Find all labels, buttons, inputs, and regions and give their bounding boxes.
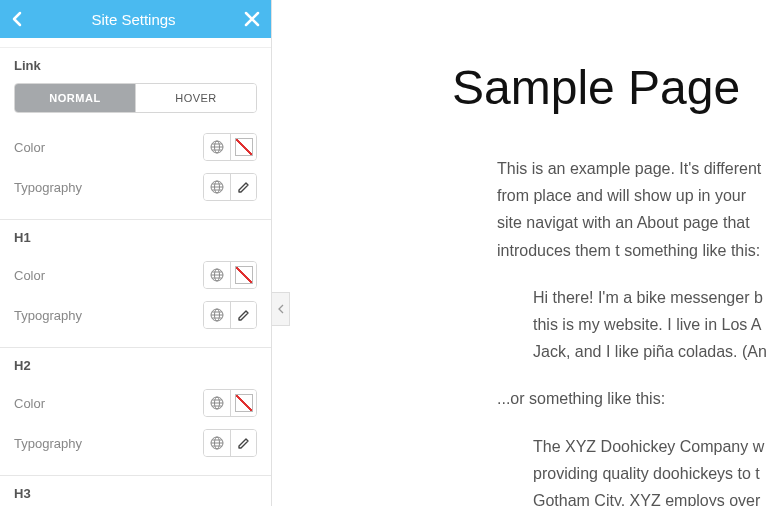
link-color-label: Color bbox=[14, 140, 45, 155]
panel-body: Link NORMAL HOVER Color Typography bbox=[0, 38, 271, 506]
section-h3: H3 bbox=[0, 476, 271, 506]
link-typo-row: Typography bbox=[14, 167, 257, 207]
pencil-icon bbox=[237, 308, 251, 322]
h1-typo-edit-button[interactable] bbox=[230, 302, 256, 328]
h2-color-row: Color bbox=[14, 383, 257, 423]
color-none-swatch bbox=[235, 266, 253, 284]
tab-normal[interactable]: NORMAL bbox=[15, 84, 135, 112]
chevron-left-icon bbox=[12, 11, 22, 27]
h2-color-swatch-button[interactable] bbox=[230, 390, 256, 416]
paragraph: ...or something like this: bbox=[497, 385, 770, 412]
h1-typo-label: Typography bbox=[14, 308, 82, 323]
h1-color-row: Color bbox=[14, 255, 257, 295]
globe-icon bbox=[210, 308, 224, 322]
h1-color-swatch-button[interactable] bbox=[230, 262, 256, 288]
link-typo-edit-button[interactable] bbox=[230, 174, 256, 200]
panel-collapse-handle[interactable] bbox=[272, 292, 290, 326]
h1-color-label: Color bbox=[14, 268, 45, 283]
section-link: Link NORMAL HOVER Color Typography bbox=[0, 48, 271, 220]
tab-hover[interactable]: HOVER bbox=[135, 84, 256, 112]
panel-header: Site Settings bbox=[0, 0, 271, 38]
color-none-swatch bbox=[235, 394, 253, 412]
back-button[interactable] bbox=[0, 0, 34, 38]
blockquote: Hi there! I'm a bike messenger b this is… bbox=[533, 284, 770, 366]
section-h1: H1 Color Typography bbox=[0, 220, 271, 348]
h2-typo-row: Typography bbox=[14, 423, 257, 463]
page-title: Sample Page bbox=[452, 60, 770, 115]
paragraph: This is an example page. It's different … bbox=[497, 155, 770, 264]
close-icon bbox=[244, 11, 260, 27]
section-head-h3: H3 bbox=[14, 486, 257, 501]
panel-title: Site Settings bbox=[34, 11, 233, 28]
globe-icon bbox=[210, 140, 224, 154]
page-preview: Sample Page This is an example page. It'… bbox=[272, 0, 770, 506]
pencil-icon bbox=[237, 180, 251, 194]
globe-icon bbox=[210, 396, 224, 410]
link-color-swatch-button[interactable] bbox=[230, 134, 256, 160]
h2-typo-edit-button[interactable] bbox=[230, 430, 256, 456]
h2-typo-label: Typography bbox=[14, 436, 82, 451]
h1-color-global-button[interactable] bbox=[204, 262, 230, 288]
pencil-icon bbox=[237, 436, 251, 450]
page-body: This is an example page. It's different … bbox=[497, 155, 770, 506]
section-head-h2: H2 bbox=[14, 358, 257, 373]
globe-icon bbox=[210, 436, 224, 450]
link-typo-global-button[interactable] bbox=[204, 174, 230, 200]
close-button[interactable] bbox=[233, 0, 271, 38]
color-none-swatch bbox=[235, 138, 253, 156]
section-head-link: Link bbox=[14, 58, 257, 73]
section-h2: H2 Color Typography bbox=[0, 348, 271, 476]
link-color-global-button[interactable] bbox=[204, 134, 230, 160]
globe-icon bbox=[210, 180, 224, 194]
link-state-tabs: NORMAL HOVER bbox=[14, 83, 257, 113]
h1-typo-row: Typography bbox=[14, 295, 257, 335]
link-typo-label: Typography bbox=[14, 180, 82, 195]
globe-icon bbox=[210, 268, 224, 282]
h1-typo-global-button[interactable] bbox=[204, 302, 230, 328]
blockquote: The XYZ Doohickey Company w providing qu… bbox=[533, 433, 770, 507]
link-color-row: Color bbox=[14, 127, 257, 167]
section-head-h1: H1 bbox=[14, 230, 257, 245]
chevron-left-icon bbox=[278, 304, 284, 314]
h2-color-global-button[interactable] bbox=[204, 390, 230, 416]
h2-color-label: Color bbox=[14, 396, 45, 411]
settings-panel: Site Settings Link NORMAL HOVER Color bbox=[0, 0, 272, 506]
h2-typo-global-button[interactable] bbox=[204, 430, 230, 456]
